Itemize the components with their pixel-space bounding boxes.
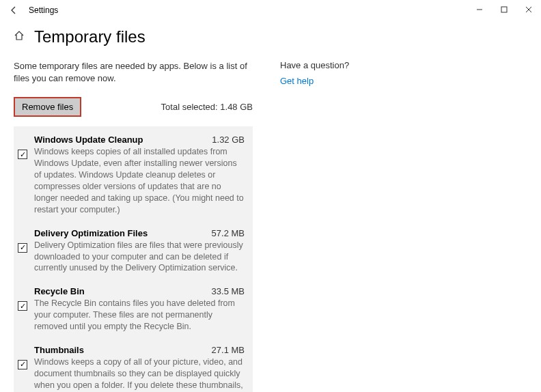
svg-rect-1	[501, 7, 507, 12]
main-column: Some temporary files are needed by apps.…	[14, 60, 253, 392]
remove-files-button[interactable]: Remove files	[14, 97, 81, 117]
get-help-link[interactable]: Get help	[280, 76, 349, 86]
item-description: Windows keeps a copy of all of your pict…	[34, 356, 245, 392]
item-title: Thumbnails	[34, 345, 84, 355]
item-title: Recycle Bin	[34, 286, 85, 296]
minimize-button[interactable]	[467, 0, 492, 19]
item-checkbox[interactable]: ✓	[18, 243, 27, 253]
item-checkbox[interactable]: ✓	[18, 360, 27, 369]
page-header: Temporary files	[0, 20, 541, 60]
close-button[interactable]	[516, 0, 541, 19]
item-title: Windows Update Cleanup	[34, 135, 143, 145]
item-description: Windows keeps copies of all installed up…	[34, 146, 245, 215]
list-item: ✓ Windows Update Cleanup 1.32 GB Windows…	[18, 135, 245, 215]
intro-text: Some temporary files are needed by apps.…	[14, 60, 253, 85]
list-item: ✓ Delivery Optimization Files 57.2 MB De…	[18, 228, 245, 275]
item-size: 57.2 MB	[212, 228, 245, 238]
window-title: Settings	[29, 5, 58, 15]
list-item: ✓ Thumbnails 27.1 MB Windows keeps a cop…	[18, 345, 245, 392]
window-controls	[467, 0, 541, 19]
total-selected-label: Total selected: 1.48 GB	[161, 102, 253, 112]
back-button[interactable]	[5, 2, 22, 18]
item-title: Delivery Optimization Files	[34, 228, 148, 238]
item-size: 33.5 MB	[212, 286, 245, 296]
help-heading: Have a question?	[280, 60, 349, 70]
maximize-button[interactable]	[492, 0, 516, 19]
help-column: Have a question? Get help	[280, 60, 349, 392]
item-description: Delivery Optimization files are files th…	[34, 240, 245, 275]
item-checkbox[interactable]: ✓	[18, 150, 27, 159]
temp-files-list: ✓ Windows Update Cleanup 1.32 GB Windows…	[14, 126, 253, 392]
item-checkbox[interactable]: ✓	[18, 301, 27, 311]
page-title: Temporary files	[34, 27, 145, 46]
list-item: ✓ Recycle Bin 33.5 MB The Recycle Bin co…	[18, 286, 245, 333]
titlebar: Settings	[0, 0, 541, 20]
item-size: 27.1 MB	[212, 345, 245, 355]
item-description: The Recycle Bin contains files you have …	[34, 298, 245, 333]
item-size: 1.32 GB	[212, 135, 245, 145]
home-icon[interactable]	[14, 30, 25, 44]
